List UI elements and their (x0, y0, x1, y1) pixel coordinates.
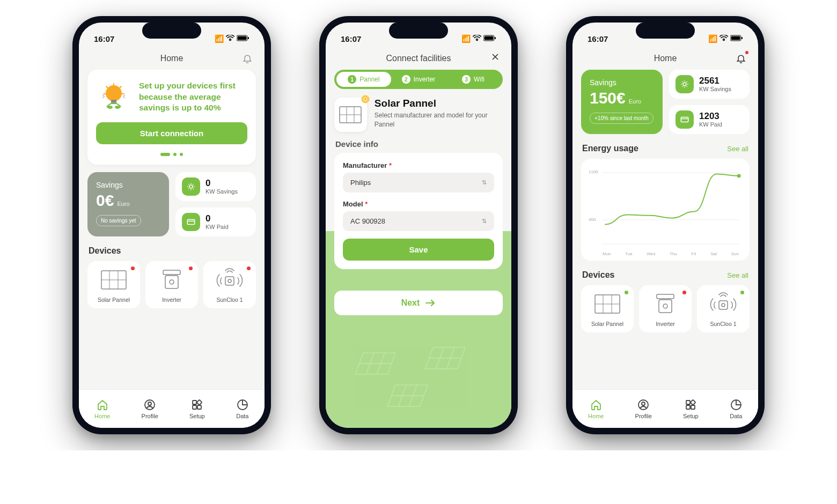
svg-rect-31 (731, 36, 740, 40)
dot[interactable] (160, 153, 170, 156)
device-name: Inverter (162, 297, 181, 303)
nav-label: Home (94, 413, 110, 419)
nav-profile[interactable]: Profile (142, 398, 158, 419)
nav-profile[interactable]: Profile (635, 398, 652, 419)
card-icon (676, 110, 694, 129)
kw-paid-label: KW Paid (699, 121, 722, 128)
step-wifi[interactable]: 3 Wifi (446, 72, 501, 87)
svg-rect-11 (165, 276, 178, 288)
nav-label: Data (236, 413, 248, 419)
energy-see-all[interactable]: See all (727, 145, 748, 153)
svg-point-5 (107, 106, 113, 109)
nav-home[interactable]: Home (588, 398, 604, 419)
solar-panel-icon (339, 106, 362, 123)
dot[interactable] (180, 153, 183, 156)
nav-home[interactable]: Home (94, 398, 110, 419)
battery-icon (483, 34, 496, 43)
notification-button[interactable] (241, 52, 254, 65)
nav-label: Profile (142, 413, 158, 419)
signal-icon: 📶 (215, 34, 224, 43)
nav-data[interactable]: Data (730, 398, 743, 419)
device-icon (157, 268, 187, 292)
device-card[interactable]: Inverter (145, 261, 198, 308)
manufacturer-label: Manufacturer * (343, 161, 494, 169)
svg-rect-16 (193, 401, 196, 404)
svg-rect-17 (193, 405, 196, 409)
energy-chart-card[interactable]: 1100 400 MonTueWedThuFriSatSun (581, 159, 750, 261)
step-pannel[interactable]: 1 Pannel (336, 72, 391, 87)
status-time: 16:07 (588, 34, 608, 43)
stats-row: Savings 0€ Euro No savings yet 0 (87, 172, 256, 236)
start-connection-button[interactable]: Start connection (96, 122, 247, 144)
kw-paid-card[interactable]: 1203 KW Paid (669, 105, 750, 134)
nav-setup[interactable]: Setup (683, 398, 699, 419)
savings-card[interactable]: Savings 0€ Euro No savings yet (87, 172, 169, 236)
savings-pill: +10% since last month (590, 113, 654, 124)
device-icon (592, 292, 622, 316)
svg-rect-34 (681, 117, 688, 122)
svg-rect-43 (686, 401, 690, 404)
card-icon (182, 213, 200, 231)
model-select[interactable]: AC 900928 ⇅ (343, 211, 494, 231)
svg-rect-38 (659, 300, 672, 313)
screen-home-empty: 16:07 📶 Home (79, 23, 265, 428)
devices-row-1: Solar PannelInverterSunCloo 1 (87, 261, 256, 308)
page-title: Connect facilities (386, 54, 451, 63)
svg-rect-10 (163, 270, 180, 275)
svg-rect-44 (686, 405, 690, 409)
device-card[interactable]: Inverter (639, 285, 692, 332)
devices-header: Devices See all (582, 270, 748, 280)
nav-data[interactable]: Data (236, 398, 249, 419)
model-label: Model * (343, 200, 494, 208)
close-button[interactable] (490, 51, 501, 65)
screen-home-active: 16:07 📶 Home Savings 150€ Euro (572, 23, 758, 428)
sun-icon (182, 177, 200, 196)
notch (636, 23, 695, 39)
savings-card[interactable]: Savings 150€ Euro +10% since last month (581, 70, 663, 134)
devices-header: Devices (89, 246, 255, 256)
kw-savings-card[interactable]: 0 KW Savings (175, 172, 256, 201)
wifi-icon (473, 34, 481, 43)
device-heading: Solar Pannel Select manufacturer and mod… (334, 98, 503, 132)
devices-see-all[interactable]: See all (727, 271, 748, 279)
step-inverter[interactable]: 2 Inverter (391, 72, 446, 87)
device-card[interactable]: SunCloo 1 (203, 261, 256, 308)
device-name: SunCloo 1 (216, 297, 243, 303)
svg-rect-23 (495, 37, 496, 39)
svg-rect-28 (425, 347, 465, 369)
nav-label: Home (588, 413, 604, 419)
gear-icon (361, 94, 370, 104)
next-button[interactable]: Next (334, 291, 503, 315)
svg-point-6 (115, 106, 120, 109)
savings-value: 150€ Euro (590, 89, 654, 107)
status-icons: 📶 (461, 34, 496, 43)
devices-row-3: Solar PannelInverterSunCloo 1 (581, 285, 750, 332)
kw-savings-card[interactable]: 2561 KW Savings (669, 70, 750, 99)
device-name: Solar Pannel (591, 321, 623, 327)
chart-x-labels: MonTueWedThuFriSatSun (586, 249, 744, 256)
bell-icon (242, 53, 253, 64)
kw-savings-label: KW Savings (205, 188, 238, 195)
device-name: Inverter (656, 321, 675, 327)
status-dot (682, 291, 686, 294)
svg-rect-27 (355, 353, 395, 374)
setup-text: Set up your devices first because the av… (139, 80, 247, 114)
manufacturer-select[interactable]: Philips ⇅ (343, 173, 494, 192)
notification-button[interactable] (735, 52, 747, 65)
save-button[interactable]: Save (343, 239, 494, 261)
status-dot (625, 291, 628, 294)
device-card[interactable]: Solar Pannel (581, 285, 634, 332)
kw-savings-value: 0 (205, 179, 238, 189)
device-card[interactable]: Solar Pannel (87, 261, 140, 308)
nav-setup[interactable]: Setup (189, 398, 205, 419)
svg-rect-22 (484, 36, 494, 40)
device-name: Solar Pannel (98, 297, 130, 303)
device-card[interactable]: SunCloo 1 (697, 285, 750, 332)
bottom-nav-1: HomeProfileSetupData (79, 389, 265, 428)
kw-paid-card[interactable]: 0 KW Paid (175, 207, 256, 236)
dot[interactable] (173, 153, 177, 156)
svg-rect-29 (387, 385, 428, 406)
kw-paid-value: 0 (205, 214, 229, 224)
notification-dot (745, 51, 748, 54)
energy-title: Energy usage (582, 144, 638, 153)
